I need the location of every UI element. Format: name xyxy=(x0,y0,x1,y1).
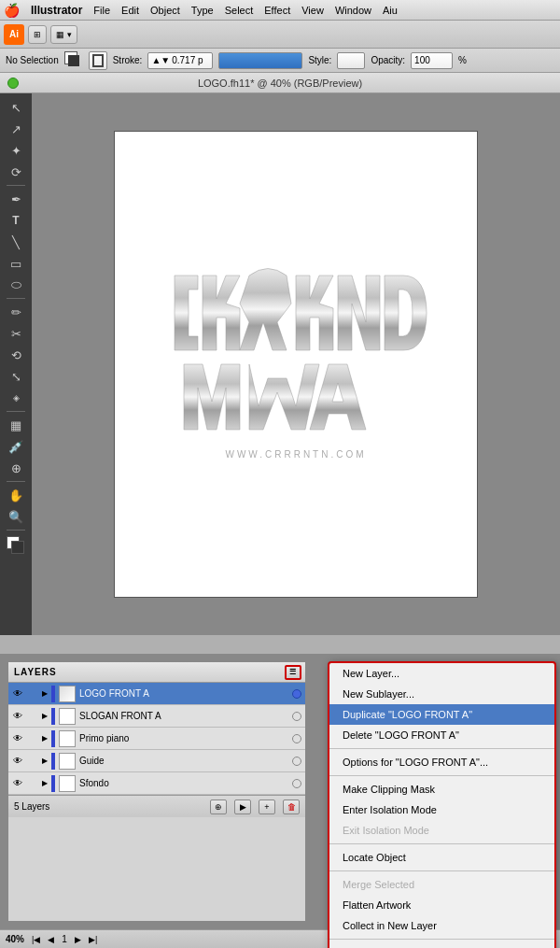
artboard: WWW.CRRRNTN.COM xyxy=(114,131,478,598)
fill-color[interactable] xyxy=(5,535,27,556)
menu-aiu[interactable]: Aiu xyxy=(383,5,398,16)
layer-3-visibility[interactable]: 👁 xyxy=(10,731,25,746)
layer-5-lock[interactable] xyxy=(27,776,38,791)
tool-zoom[interactable]: 🔍 xyxy=(5,506,27,527)
tool-paintbucket[interactable]: ⊕ xyxy=(5,458,27,478)
menu-collect-new-layer[interactable]: Collect in New Layer xyxy=(329,915,554,936)
tool-eyedropper[interactable]: 💉 xyxy=(5,436,27,457)
tool-blend[interactable]: ◈ xyxy=(5,388,27,408)
layer-5-target[interactable] xyxy=(292,779,301,788)
layer-2-target[interactable] xyxy=(292,712,301,721)
options-bar: No Selection Stroke: ▲▼ 0.717 p Style: O… xyxy=(0,49,560,73)
menu-file[interactable]: File xyxy=(93,5,110,16)
tool-select[interactable]: ↖ xyxy=(5,97,27,118)
layers-panel: LAYERS ☰ 👁 ▶ LOGO FRONT A 👁 ▶ SLOGAN FRO… xyxy=(7,661,306,922)
stroke-dropdown[interactable] xyxy=(218,52,302,69)
tool-rect[interactable]: ▭ xyxy=(5,253,27,274)
menu-object[interactable]: Object xyxy=(150,5,180,16)
menu-locate-object[interactable]: Locate Object xyxy=(329,847,554,868)
layer-1-lock[interactable] xyxy=(27,686,38,701)
tool-ellipse[interactable]: ⬭ xyxy=(5,275,27,295)
zoom-level: 40% xyxy=(6,934,24,944)
layer-4-target[interactable] xyxy=(292,757,301,766)
menu-effect[interactable]: Effect xyxy=(264,5,290,16)
menu-merge-selected: Merge Selected xyxy=(329,874,554,895)
menu-type[interactable]: Type xyxy=(191,5,214,16)
tool-pencil[interactable]: ✏ xyxy=(5,302,27,322)
layer-5-arrow[interactable]: ▶ xyxy=(40,776,49,791)
nav-back[interactable]: ◀ xyxy=(48,935,54,944)
menu-view[interactable]: View xyxy=(301,5,324,16)
layers-header: LAYERS ☰ xyxy=(8,662,305,683)
menu-make-clipping-mask[interactable]: Make Clipping Mask xyxy=(329,779,554,799)
layer-5-visibility[interactable]: 👁 xyxy=(10,776,25,791)
menu-edit[interactable]: Edit xyxy=(121,5,139,16)
layers-menu-button[interactable]: ☰ xyxy=(285,665,301,680)
menu-delete[interactable]: Delete "LOGO FRONT A" xyxy=(329,725,554,745)
create-layer-btn[interactable]: + xyxy=(259,799,275,814)
tool-magic-wand[interactable]: ✦ xyxy=(5,140,27,161)
layer-3-lock[interactable] xyxy=(27,731,38,746)
layer-4-arrow[interactable]: ▶ xyxy=(40,754,49,769)
make-sublayer-btn[interactable]: ⊕ xyxy=(210,799,227,814)
tool-direct-select[interactable]: ↗ xyxy=(5,119,27,139)
tool-line[interactable]: ╲ xyxy=(5,232,27,252)
layer-3-arrow[interactable]: ▶ xyxy=(40,731,49,746)
layer-2-arrow[interactable]: ▶ xyxy=(40,709,49,724)
menu-new-sublayer[interactable]: New Sublayer... xyxy=(329,684,554,704)
tool-hand[interactable]: ✋ xyxy=(5,485,27,505)
tool-text[interactable]: T xyxy=(5,210,27,231)
toolbar-view-btn[interactable]: ▦ ▾ xyxy=(50,25,77,44)
layers-title: LAYERS xyxy=(14,667,57,677)
tool-lasso[interactable]: ⟳ xyxy=(5,162,27,182)
tools-panel: ↖ ↗ ✦ ⟳ ✒ T ╲ ▭ ⬭ ✏ ✂ ⟲ ⤡ ◈ ▦ 💉 ⊕ ✋ 🔍 xyxy=(0,93,32,635)
menu-new-layer[interactable]: New Layer... xyxy=(329,663,554,684)
tool-pen[interactable]: ✒ xyxy=(5,189,27,209)
tool-gradient[interactable]: ▦ xyxy=(5,415,27,435)
layer-row-5[interactable]: 👁 ▶ Sfondo xyxy=(8,772,305,795)
menu-duplicate[interactable]: Duplicate "LOGO FRONT A" xyxy=(329,704,554,725)
toolbar-doc-btn[interactable]: ⊞ xyxy=(28,25,47,44)
opacity-input[interactable]: 100 xyxy=(411,52,453,69)
stroke-color-indicator[interactable] xyxy=(64,51,83,70)
nav-forward[interactable]: ▶ xyxy=(75,935,81,944)
menu-bar: 🍎 Illustrator File Edit Object Type Sele… xyxy=(0,0,560,21)
layer-row-1[interactable]: 👁 ▶ LOGO FRONT A xyxy=(8,683,305,705)
layer-4-lock[interactable] xyxy=(27,754,38,769)
layer-2-lock[interactable] xyxy=(27,709,38,724)
nav-next[interactable]: ▶| xyxy=(89,935,97,944)
layer-row-2[interactable]: 👁 ▶ SLOGAN FRONT A xyxy=(8,705,305,728)
menu-select[interactable]: Select xyxy=(225,5,254,16)
delete-layer-btn[interactable]: 🗑 xyxy=(283,799,300,814)
layer-1-thumb xyxy=(59,686,76,702)
move-to-layer-btn[interactable]: ▶ xyxy=(234,799,251,814)
layers-footer: 5 Layers ⊕ ▶ + 🗑 xyxy=(8,795,305,817)
layer-1-arrow[interactable]: ▶ xyxy=(40,686,49,701)
tool-rotate[interactable]: ⟲ xyxy=(5,345,27,365)
separator-3 xyxy=(329,843,554,844)
menu-window[interactable]: Window xyxy=(335,5,371,16)
style-dropdown[interactable] xyxy=(337,52,365,69)
apple-menu[interactable]: 🍎 xyxy=(4,3,20,18)
menu-options[interactable]: Options for "LOGO FRONT A"... xyxy=(329,752,554,772)
layer-3-target[interactable] xyxy=(292,734,301,743)
menu-enter-isolation[interactable]: Enter Isolation Mode xyxy=(329,799,554,820)
layer-row-4[interactable]: 👁 ▶ Guide xyxy=(8,750,305,772)
nav-prev[interactable]: |◀ xyxy=(32,935,40,944)
tool-scissors[interactable]: ✂ xyxy=(5,323,27,344)
menu-flatten-artwork[interactable]: Flatten Artwork xyxy=(329,895,554,915)
layer-5-name: Sfondo xyxy=(79,778,290,788)
layer-2-visibility[interactable]: 👁 xyxy=(10,709,25,724)
layer-1-visibility[interactable]: 👁 xyxy=(10,686,25,701)
stroke-label: Stroke: xyxy=(113,55,143,65)
layer-1-target[interactable] xyxy=(292,689,301,699)
layer-5-thumb xyxy=(59,775,76,792)
window-dot[interactable] xyxy=(7,78,19,89)
tool-scale[interactable]: ⤡ xyxy=(5,366,27,387)
layer-row-3[interactable]: 👁 ▶ Primo piano xyxy=(8,728,305,750)
stroke-value-input[interactable]: ▲▼ 0.717 p xyxy=(147,52,213,69)
menu-release-sequence[interactable]: Release to Layers (Sequence) xyxy=(329,942,554,948)
stroke-selector[interactable] xyxy=(89,51,107,70)
layer-2-name: SLOGAN FRONT A xyxy=(79,711,290,721)
layer-4-visibility[interactable]: 👁 xyxy=(10,754,25,769)
